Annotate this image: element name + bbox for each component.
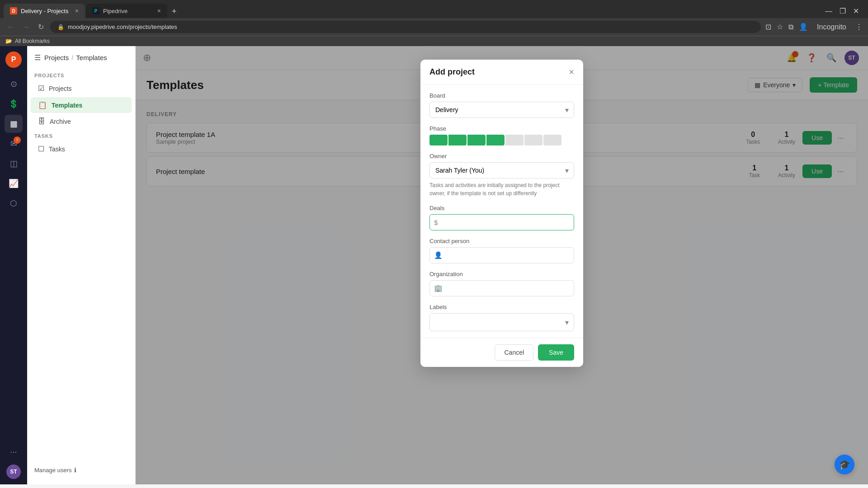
maximize-button[interactable]: ❐ [840,7,846,15]
phase-bar [429,135,574,145]
phase-section: Phase [429,125,574,145]
sidebar: ☰ Projects / Templates PROJECTS ☑ Projec… [27,46,136,484]
profile-icon[interactable]: 👤 [799,23,808,31]
tab-favicon-1: D [10,7,17,14]
refresh-button[interactable]: ↻ [36,21,46,33]
rail-logo[interactable]: P [5,52,22,68]
sidebar-section-tasks: TASKS [27,130,135,141]
cast-icon[interactable]: ⊡ [765,23,771,31]
tab-label-2: Pipedrive [103,8,127,14]
bookmarks-label: All Bookmarks [15,38,50,44]
board-label: Board [429,92,574,99]
contact-section: Contact person 👤 [429,238,574,263]
sidebar-item-projects[interactable]: ☑ Projects [31,80,132,96]
sidebar-item-archive-label: Archive [50,118,71,125]
phase-seg-5 [505,135,524,145]
rail-icon-deals[interactable]: 💲 [5,95,23,113]
organization-icon: 🏢 [434,284,443,292]
owner-section: Owner Sarah Tyler (You) Tasks and activi… [429,153,574,197]
labels-label: Labels [429,304,574,310]
manage-users[interactable]: Manage users ℹ [27,463,135,477]
owner-select[interactable]: Sarah Tyler (You) [429,162,574,178]
breadcrumb-current: Templates [76,54,107,61]
mail-badge: 7 [14,136,21,144]
main-content: ⊕ 🔔 ❓ 🔍 ST Templates ▦ Everyone ▾ [136,46,868,484]
breadcrumb-separator: / [71,54,73,61]
lock-icon: 🔒 [57,24,64,30]
sidebar-section-projects: PROJECTS [27,69,135,80]
projects-icon: ☑ [38,84,44,93]
breadcrumb: Projects / Templates [44,54,107,61]
sidebar-item-projects-label: Projects [49,85,72,92]
labels-select-wrapper [429,313,574,331]
minimize-button[interactable]: — [825,7,832,15]
deals-input[interactable] [429,214,574,230]
archive-icon: 🗄 [38,117,45,126]
rail-icon-mail[interactable]: ✉ 7 [5,135,23,153]
manage-users-label: Manage users [34,467,71,474]
board-section: Board Delivery [429,92,574,118]
forward-button[interactable]: → [21,21,32,33]
extensions-icon[interactable]: ⧉ [788,23,793,31]
labels-select[interactable] [429,313,574,331]
owner-label: Owner [429,153,574,160]
rail-icon-more[interactable]: ⬡ [5,194,23,212]
address-bar[interactable]: 🔒 moodjoy.pipedrive.com/projects/templat… [50,21,761,33]
contact-input-wrapper: 👤 [429,247,574,263]
rail-avatar[interactable]: ST [6,465,21,479]
back-button[interactable]: ← [5,21,16,33]
sidebar-item-templates[interactable]: 📋 Templates [31,97,132,113]
deals-input-wrapper: $ [429,214,574,230]
phase-seg-1 [429,135,448,145]
sidebar-item-tasks[interactable]: ☐ Tasks [31,141,132,157]
save-button[interactable]: Save [538,344,574,361]
sidebar-header: ☰ Projects / Templates [27,53,135,69]
tab-pipedrive[interactable]: P Pipedrive × [86,4,167,18]
rail-icon-home[interactable]: ⊙ [5,75,23,93]
bookmark-icon[interactable]: ☆ [777,23,783,31]
bookmarks-icon: 📂 [5,38,12,44]
sidebar-menu-icon[interactable]: ☰ [34,53,41,62]
manage-users-info-icon: ℹ [74,467,76,474]
close-button[interactable]: ✕ [853,7,859,15]
breadcrumb-parent[interactable]: Projects [44,54,69,61]
board-select-wrapper: Delivery [429,102,574,118]
add-project-modal: Add project × Board Delivery [420,60,583,367]
board-select[interactable]: Delivery [429,102,574,118]
phase-seg-3 [467,135,486,145]
icon-rail: P ⊙ 💲 ▦ ✉ 7 ◫ 📈 ⬡ ··· ST [0,46,27,484]
owner-select-wrapper: Sarah Tyler (You) [429,162,574,178]
labels-section: Labels [429,304,574,331]
sidebar-item-templates-label: Templates [52,102,82,109]
help-chat-bubble[interactable]: 🎓 [835,455,854,474]
phase-label: Phase [429,125,574,132]
contact-label: Contact person [429,238,574,244]
rail-icon-stats[interactable]: 📈 [5,174,23,192]
deals-section: Deals $ [429,205,574,230]
tab-delivery-projects[interactable]: D Delivery - Projects × [4,4,85,18]
modal-footer: Cancel Save [420,338,583,367]
modal-close-button[interactable]: × [569,67,574,77]
menu-icon[interactable]: ⋮ [855,23,863,31]
phase-seg-4 [486,135,505,145]
contact-input[interactable] [429,247,574,263]
modal-title: Add project [429,67,475,77]
rail-icon-ellipsis[interactable]: ··· [5,443,23,461]
organization-input[interactable] [429,280,574,296]
owner-info-text: Tasks and activities are initially assig… [429,181,574,197]
organization-input-wrapper: 🏢 [429,280,574,296]
rail-icon-projects[interactable]: ▦ [5,115,23,133]
cancel-button[interactable]: Cancel [495,344,533,361]
rail-icon-calendar[interactable]: ◫ [5,155,23,173]
phase-seg-6 [524,135,542,145]
deals-icon: $ [434,219,438,226]
tab-close-1[interactable]: × [75,7,79,14]
tab-close-2[interactable]: × [157,7,161,14]
tab-label-1: Delivery - Projects [21,8,68,14]
new-tab-button[interactable]: + [168,5,180,18]
organization-label: Organization [429,271,574,277]
modal-body: Board Delivery Phase [420,85,583,338]
phase-seg-7 [543,135,561,145]
modal-header: Add project × [420,60,583,85]
sidebar-item-archive[interactable]: 🗄 Archive [31,114,132,129]
